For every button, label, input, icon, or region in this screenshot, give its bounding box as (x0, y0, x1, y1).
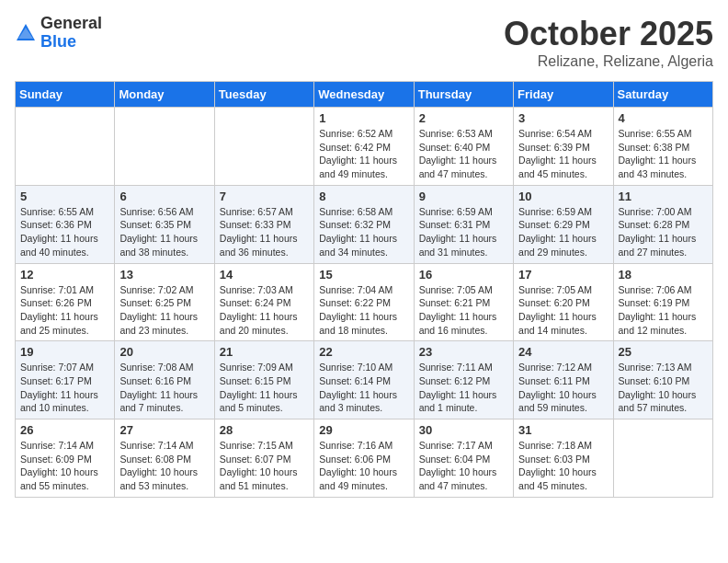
calendar-cell: 29Sunrise: 7:16 AM Sunset: 6:06 PM Dayli… (314, 419, 414, 498)
day-number: 8 (319, 190, 408, 203)
logo: General Blue (15, 15, 102, 52)
calendar-cell: 14Sunrise: 7:03 AM Sunset: 6:24 PM Dayli… (214, 263, 313, 341)
day-number: 12 (20, 268, 109, 282)
calendar-cell: 1Sunrise: 6:52 AM Sunset: 6:42 PM Daylig… (314, 108, 414, 186)
logo-text: General Blue (40, 15, 102, 52)
day-number: 6 (119, 190, 209, 203)
day-number: 9 (419, 190, 508, 203)
day-info: Sunrise: 7:01 AM Sunset: 6:26 PM Dayligh… (20, 283, 109, 338)
day-info: Sunrise: 6:53 AM Sunset: 6:40 PM Dayligh… (419, 127, 508, 181)
calendar-cell: 2Sunrise: 6:53 AM Sunset: 6:40 PM Daylig… (414, 108, 513, 186)
day-number: 31 (518, 423, 608, 437)
calendar-cell: 27Sunrise: 7:14 AM Sunset: 6:08 PM Dayli… (115, 419, 214, 498)
day-number: 26 (20, 423, 109, 437)
day-number: 30 (419, 423, 508, 437)
calendar-cell: 15Sunrise: 7:04 AM Sunset: 6:22 PM Dayli… (314, 263, 414, 341)
day-info: Sunrise: 6:55 AM Sunset: 6:38 PM Dayligh… (619, 127, 708, 181)
day-number: 28 (220, 423, 309, 437)
day-number: 14 (220, 268, 309, 282)
day-info: Sunrise: 7:05 AM Sunset: 6:21 PM Dayligh… (419, 283, 508, 338)
day-number: 27 (119, 423, 209, 437)
calendar-weekday-wednesday: Wednesday (314, 82, 414, 108)
calendar-cell: 30Sunrise: 7:17 AM Sunset: 6:04 PM Dayli… (414, 419, 513, 498)
title-section: October 2025 Relizane, Relizane, Algeria (504, 15, 713, 70)
calendar-table: SundayMondayTuesdayWednesdayThursdayFrid… (15, 81, 713, 498)
day-info: Sunrise: 7:18 AM Sunset: 6:03 PM Dayligh… (518, 439, 608, 493)
day-info: Sunrise: 7:08 AM Sunset: 6:16 PM Dayligh… (119, 361, 209, 415)
svg-marker-1 (18, 28, 33, 39)
day-number: 24 (518, 345, 608, 359)
calendar-cell: 6Sunrise: 6:56 AM Sunset: 6:35 PM Daylig… (115, 185, 214, 263)
calendar-row-5: 26Sunrise: 7:14 AM Sunset: 6:09 PM Dayli… (16, 419, 713, 498)
calendar-cell: 11Sunrise: 7:00 AM Sunset: 6:28 PM Dayli… (613, 185, 712, 263)
day-number: 7 (220, 190, 309, 203)
day-info: Sunrise: 6:54 AM Sunset: 6:39 PM Dayligh… (518, 127, 608, 181)
calendar-weekday-tuesday: Tuesday (214, 82, 313, 108)
calendar-row-2: 5Sunrise: 6:55 AM Sunset: 6:36 PM Daylig… (16, 185, 713, 263)
calendar-row-4: 19Sunrise: 7:07 AM Sunset: 6:17 PM Dayli… (16, 341, 713, 419)
calendar-cell: 25Sunrise: 7:13 AM Sunset: 6:10 PM Dayli… (613, 341, 712, 419)
day-number: 2 (419, 111, 508, 125)
day-info: Sunrise: 7:15 AM Sunset: 6:07 PM Dayligh… (220, 439, 309, 493)
calendar-weekday-monday: Monday (115, 82, 214, 108)
calendar-cell (16, 108, 115, 186)
day-info: Sunrise: 7:14 AM Sunset: 6:09 PM Dayligh… (20, 439, 109, 493)
calendar-cell: 18Sunrise: 7:06 AM Sunset: 6:19 PM Dayli… (613, 263, 712, 341)
calendar-weekday-friday: Friday (514, 82, 613, 108)
day-number: 18 (619, 268, 708, 282)
page-header: General Blue October 2025 Relizane, Reli… (15, 15, 713, 70)
day-info: Sunrise: 7:06 AM Sunset: 6:19 PM Dayligh… (619, 283, 708, 338)
month-title: October 2025 (504, 15, 713, 53)
logo-general: General (40, 15, 102, 33)
calendar-cell: 5Sunrise: 6:55 AM Sunset: 6:36 PM Daylig… (16, 185, 115, 263)
calendar-cell: 7Sunrise: 6:57 AM Sunset: 6:33 PM Daylig… (214, 185, 313, 263)
day-info: Sunrise: 6:59 AM Sunset: 6:31 PM Dayligh… (419, 205, 508, 259)
day-number: 21 (220, 345, 309, 359)
day-info: Sunrise: 7:05 AM Sunset: 6:20 PM Dayligh… (518, 283, 608, 338)
day-info: Sunrise: 6:56 AM Sunset: 6:35 PM Dayligh… (119, 205, 209, 259)
calendar-row-1: 1Sunrise: 6:52 AM Sunset: 6:42 PM Daylig… (16, 108, 713, 186)
day-number: 23 (419, 345, 508, 359)
day-info: Sunrise: 7:12 AM Sunset: 6:11 PM Dayligh… (518, 361, 608, 415)
day-number: 22 (319, 345, 408, 359)
day-info: Sunrise: 6:59 AM Sunset: 6:29 PM Dayligh… (518, 205, 608, 259)
day-info: Sunrise: 7:00 AM Sunset: 6:28 PM Dayligh… (619, 205, 708, 259)
calendar-cell: 8Sunrise: 6:58 AM Sunset: 6:32 PM Daylig… (314, 185, 414, 263)
calendar-cell: 17Sunrise: 7:05 AM Sunset: 6:20 PM Dayli… (514, 263, 613, 341)
day-info: Sunrise: 7:14 AM Sunset: 6:08 PM Dayligh… (119, 439, 209, 493)
calendar-cell: 4Sunrise: 6:55 AM Sunset: 6:38 PM Daylig… (613, 108, 712, 186)
day-number: 25 (619, 345, 708, 359)
day-info: Sunrise: 7:13 AM Sunset: 6:10 PM Dayligh… (619, 361, 708, 415)
day-info: Sunrise: 7:07 AM Sunset: 6:17 PM Dayligh… (20, 361, 109, 415)
day-info: Sunrise: 7:16 AM Sunset: 6:06 PM Dayligh… (319, 439, 408, 493)
calendar-cell: 23Sunrise: 7:11 AM Sunset: 6:12 PM Dayli… (414, 341, 513, 419)
day-number: 3 (518, 111, 608, 125)
day-info: Sunrise: 7:10 AM Sunset: 6:14 PM Dayligh… (319, 361, 408, 415)
calendar-header-row: SundayMondayTuesdayWednesdayThursdayFrid… (16, 82, 713, 108)
day-number: 29 (319, 423, 408, 437)
day-info: Sunrise: 7:03 AM Sunset: 6:24 PM Dayligh… (220, 283, 309, 338)
day-number: 16 (419, 268, 508, 282)
day-number: 20 (119, 345, 209, 359)
day-number: 13 (119, 268, 209, 282)
calendar-cell (115, 108, 214, 186)
day-number: 17 (518, 268, 608, 282)
day-info: Sunrise: 6:58 AM Sunset: 6:32 PM Dayligh… (319, 205, 408, 259)
day-number: 4 (619, 111, 708, 125)
day-info: Sunrise: 6:52 AM Sunset: 6:42 PM Dayligh… (319, 127, 408, 181)
calendar-cell: 12Sunrise: 7:01 AM Sunset: 6:26 PM Dayli… (16, 263, 115, 341)
calendar-cell: 10Sunrise: 6:59 AM Sunset: 6:29 PM Dayli… (514, 185, 613, 263)
calendar-cell: 9Sunrise: 6:59 AM Sunset: 6:31 PM Daylig… (414, 185, 513, 263)
calendar-cell: 31Sunrise: 7:18 AM Sunset: 6:03 PM Dayli… (514, 419, 613, 498)
day-info: Sunrise: 6:55 AM Sunset: 6:36 PM Dayligh… (20, 205, 109, 259)
day-number: 5 (20, 190, 109, 203)
day-info: Sunrise: 6:57 AM Sunset: 6:33 PM Dayligh… (220, 205, 309, 259)
day-number: 19 (20, 345, 109, 359)
calendar-cell: 28Sunrise: 7:15 AM Sunset: 6:07 PM Dayli… (214, 419, 313, 498)
calendar-cell (613, 419, 712, 498)
day-info: Sunrise: 7:02 AM Sunset: 6:25 PM Dayligh… (119, 283, 209, 338)
day-number: 1 (319, 111, 408, 125)
calendar-row-3: 12Sunrise: 7:01 AM Sunset: 6:26 PM Dayli… (16, 263, 713, 341)
day-number: 10 (518, 190, 608, 203)
day-number: 11 (619, 190, 708, 203)
